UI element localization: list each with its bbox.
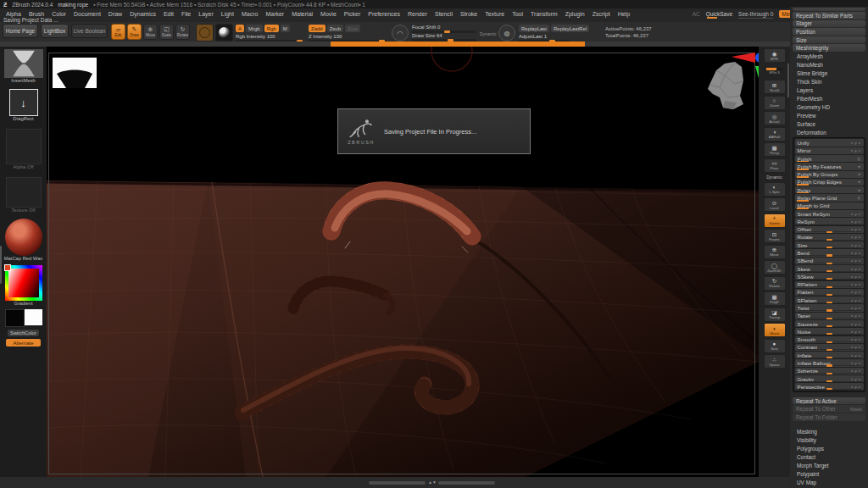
- color-picker-square[interactable]: [5, 265, 42, 301]
- deformation-row[interactable]: Contrast x y z: [795, 344, 864, 351]
- subpalette-header[interactable]: Masking: [793, 428, 865, 436]
- secondary-color-swatch[interactable]: [25, 309, 42, 325]
- m-toggle[interactable]: M: [281, 25, 290, 32]
- deformation-row[interactable]: Taper x y z: [795, 313, 864, 319]
- color-picker[interactable]: Gradient: [0, 262, 47, 307]
- axis-toggles[interactable]: x y z: [851, 212, 861, 216]
- alpha-slot[interactable]: Alpha Off: [0, 122, 47, 170]
- main-color-swatch[interactable]: [5, 309, 25, 327]
- palette-button[interactable]: Repeat To Similar Parts: [793, 12, 865, 19]
- matcap-thumbnail[interactable]: [5, 219, 42, 256]
- deformation-row[interactable]: SFlatten x y z: [795, 297, 864, 303]
- menu-item[interactable]: Movie: [320, 11, 337, 17]
- menu-item[interactable]: Macro: [242, 11, 258, 17]
- menu-item[interactable]: Color: [52, 11, 66, 17]
- dragrect-thumbnail[interactable]: ↓: [9, 89, 38, 116]
- menu-item[interactable]: Light: [221, 11, 234, 17]
- insertmesh-tool[interactable]: InsertMesh: [0, 47, 47, 84]
- repeat-button[interactable]: Repeat To Other Mask: [793, 405, 865, 413]
- subpalette-header[interactable]: Surface: [793, 120, 865, 129]
- menu-item[interactable]: Brush: [29, 11, 44, 17]
- deformation-row[interactable]: Relax ●: [795, 186, 864, 193]
- menu-item[interactable]: Picker: [344, 11, 360, 17]
- shelf-button[interactable]: ◐ L.Sym: [764, 182, 786, 197]
- current-material-button[interactable]: [215, 24, 233, 42]
- left-scrollbar[interactable]: [0, 246, 2, 284]
- subpalette-header[interactable]: Morph Target: [793, 462, 865, 470]
- adjust-last-slider[interactable]: AdjustLast 1: [519, 34, 570, 41]
- deformation-row[interactable]: RFlatten x y z: [795, 281, 864, 288]
- menu-item[interactable]: Tool: [512, 11, 523, 17]
- draw-mode-button[interactable]: ✎ Draw: [127, 24, 142, 40]
- z-intensity-slider[interactable]: Z Intensity 100: [309, 34, 387, 41]
- subpalette-header[interactable]: Visibility: [793, 436, 865, 445]
- current-brush-button[interactable]: [196, 24, 214, 42]
- menu-item[interactable]: Alpha: [6, 11, 21, 17]
- axis-toggles[interactable]: x y z: [851, 148, 861, 152]
- deformation-row[interactable]: Flatten x y z: [795, 289, 864, 296]
- axis-toggles[interactable]: x y z: [851, 330, 861, 334]
- subpalette-header[interactable]: FiberMesh: [793, 95, 865, 103]
- axis-toggles[interactable]: ◎: [857, 196, 860, 200]
- subpalette-header[interactable]: Polygroups: [793, 445, 865, 453]
- deformation-row[interactable]: Mirror x y z: [795, 147, 864, 154]
- menu-item[interactable]: Stroke: [460, 11, 477, 17]
- deformation-row[interactable]: Relax Plane Grid ◎: [795, 194, 864, 201]
- deformation-row[interactable]: Inflate Balloon x y z: [795, 359, 864, 366]
- subpalette-header[interactable]: NanoMesh: [793, 61, 865, 69]
- axis-toggles[interactable]: x y z: [851, 258, 861, 263]
- shelf-button[interactable]: ∴ Xpose: [764, 354, 786, 369]
- rotate-mode-button[interactable]: ↻ Rotate: [175, 24, 190, 40]
- axis-toggles[interactable]: x y z: [851, 251, 861, 255]
- h-scrollbar-arrows[interactable]: ▲▼: [428, 480, 437, 485]
- draw-size-slider[interactable]: Draw Size 64: [412, 33, 476, 40]
- menu-item[interactable]: Layer: [198, 11, 214, 17]
- palette-button[interactable]: MeshIntegrity: [793, 44, 865, 52]
- h-scrollbar-right[interactable]: [438, 481, 495, 485]
- focal-shift-slider[interactable]: Focal Shift 0: [412, 25, 476, 31]
- axis-toggles[interactable]: x y z: [851, 227, 861, 231]
- zsub-toggle[interactable]: Zsub: [327, 25, 343, 32]
- alternate-button[interactable]: Alternate: [6, 339, 40, 347]
- shelf-button[interactable]: ▦ Persp: [764, 142, 786, 157]
- subpalette-header[interactable]: Thick Skin: [793, 78, 865, 86]
- rgb-toggle[interactable]: Rgb: [264, 25, 279, 32]
- switchcolor-button[interactable]: SwitchColor: [8, 330, 39, 336]
- deformation-row[interactable]: Perspective x y z: [795, 383, 864, 390]
- axis-toggles[interactable]: x y z: [851, 290, 861, 294]
- axis-toggles[interactable]: x y z: [851, 345, 861, 349]
- deformation-row[interactable]: Polish By Features ●: [795, 163, 864, 169]
- deformation-row[interactable]: SSkew x y z: [795, 273, 864, 280]
- zcut-toggle[interactable]: Zcut: [345, 25, 360, 32]
- shelf-button[interactable]: ◯ Zoom3D: [764, 260, 786, 274]
- move-mode-button[interactable]: ⊕ Move: [143, 24, 158, 40]
- clipped-button[interactable]: [793, 8, 865, 11]
- zadd-toggle[interactable]: Zadd: [309, 25, 326, 32]
- shelf-button[interactable]: + Gizmo: [764, 214, 786, 228]
- insertmesh-thumbnail[interactable]: [4, 49, 43, 78]
- menu-item[interactable]: Stencil: [435, 11, 453, 17]
- shelf-button[interactable]: ● Solo: [764, 339, 786, 353]
- deformation-row[interactable]: Rotate x y z: [795, 234, 864, 241]
- document-canvas[interactable]: ZBRUSH Saving Project File In Progress..…: [47, 47, 759, 477]
- axis-toggles[interactable]: ◎: [857, 157, 860, 161]
- shelf-button[interactable]: ⊡ Frame: [764, 229, 786, 243]
- shelf-button[interactable]: ◉ BPR: [764, 48, 786, 63]
- alpha-thumbnail[interactable]: [6, 129, 42, 164]
- menu-item[interactable]: Dynamics: [130, 11, 156, 17]
- texture-slot[interactable]: Texture Off: [0, 170, 47, 214]
- axis-toggles[interactable]: x y z: [851, 322, 861, 326]
- deformation-row[interactable]: Smooth x y z: [795, 336, 864, 343]
- deformation-row[interactable]: Twist x y z: [795, 304, 864, 311]
- shelf-button[interactable]: ▦ PolyF: [764, 291, 786, 306]
- repeat-button[interactable]: Repeat To Active: [793, 397, 865, 405]
- menu-item[interactable]: Help: [618, 11, 630, 17]
- deformation-row[interactable]: Offset x y z: [795, 226, 864, 233]
- axis-toggles[interactable]: x y z: [851, 267, 861, 271]
- axis-toggles[interactable]: x y z: [851, 235, 861, 239]
- live-boolean-button[interactable]: Live Boolean: [71, 24, 108, 38]
- texture-thumbnail[interactable]: [6, 177, 42, 208]
- lightbox-button[interactable]: LightBox: [41, 24, 69, 38]
- menu-item[interactable]: Preferences: [368, 11, 400, 17]
- menu-item[interactable]: Texture: [485, 11, 504, 17]
